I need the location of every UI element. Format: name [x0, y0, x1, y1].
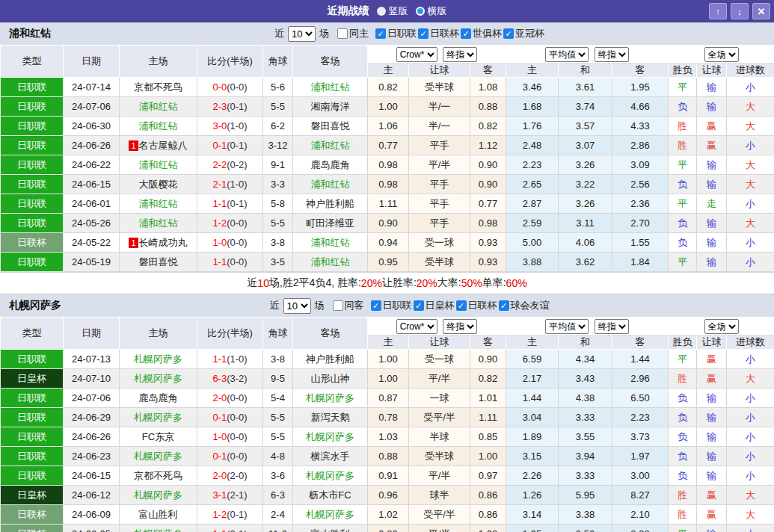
halftime-score: (0-0) — [227, 217, 247, 229]
page-title: 近期战绩 — [328, 4, 369, 18]
home-team-name: 札幌冈萨多 — [134, 353, 182, 365]
avg-draw-cell: 3.61 — [559, 78, 612, 97]
avg-home-cell: 2.59 — [506, 214, 559, 233]
odds-time-select[interactable]: 终指 — [443, 47, 477, 62]
away-team-cell: 枥木市FC — [293, 486, 368, 505]
recent-count-select[interactable]: 10 — [283, 298, 311, 314]
fulltime-score: 6-3 — [212, 373, 227, 384]
same-venue-label: 同客 — [345, 299, 364, 312]
average-select[interactable]: 平均值 — [545, 319, 589, 334]
odds-away-cell: 0.85 — [470, 427, 506, 447]
scope-select[interactable]: 全场 — [704, 47, 739, 62]
col-corner: 角球 — [263, 318, 293, 350]
layout-radio-vertical[interactable]: 竖版 — [377, 4, 408, 18]
score-cell: 1-2(0-0) — [197, 214, 263, 233]
away-team-cell: 札幌冈萨多 — [293, 389, 368, 408]
same-venue-checkbox[interactable]: 同客 — [333, 299, 364, 312]
handicap-cell: 受一球 — [409, 350, 470, 369]
corner-count: 11-0 — [263, 525, 293, 532]
goals-result-cell: 小 — [727, 78, 774, 97]
handicap-cell: 半/一 — [409, 117, 470, 136]
league-type-cell: 日联杯 — [1, 505, 64, 525]
col-home: 主场 — [120, 46, 197, 78]
layout-radio-horizontal[interactable]: 横版 — [416, 4, 447, 18]
fulltime-score: 1-0 — [212, 237, 227, 248]
average-time-select[interactable]: 终指 — [595, 319, 629, 334]
league-type-cell: 日职联 — [1, 214, 64, 233]
avg-away-cell: 3.09 — [612, 155, 669, 175]
titlebar-center: 近期战绩 竖版 横版 — [328, 4, 447, 18]
average-select[interactable]: 平均值 — [545, 47, 589, 62]
league-type-cell: 日职联 — [1, 466, 64, 486]
odds-time-select[interactable]: 终指 — [443, 319, 477, 334]
avg-draw-cell: 4.06 — [559, 233, 612, 253]
league-filter-checkbox[interactable]: ✓日联杯 — [456, 299, 497, 312]
league-filter-checkbox[interactable]: ✓日职联 — [371, 299, 412, 312]
home-team-cell: FC东京 — [120, 427, 197, 447]
avg-home-cell: 1.44 — [506, 389, 559, 408]
league-filter-checkbox[interactable]: ✓日皇杯 — [414, 299, 455, 312]
score-cell: 2-1(1-0) — [197, 175, 263, 194]
scroll-down-button[interactable]: ↓ — [731, 3, 749, 19]
league-filter-checkbox[interactable]: ✓亚冠杯 — [503, 27, 544, 40]
match-row: 日职联24-06-22浦和红钻2-2(0-2)9-1鹿岛鹿角0.98平/半0.9… — [1, 155, 774, 175]
score-cell: 0-0(0-0) — [197, 78, 263, 97]
recent-count-select[interactable]: 10 — [288, 26, 316, 42]
arrow-up-icon: ↑ — [716, 6, 721, 17]
bookmaker-select[interactable]: Crow* — [396, 319, 437, 334]
match-row: 日职联24-05-19磐田喜悦1-1(0-0)3-5浦和红钻0.95受半球0.9… — [1, 253, 774, 272]
close-button[interactable]: ✕ — [752, 3, 770, 19]
away-team-cell: 札幌冈萨多 — [293, 505, 368, 525]
goals-result-cell: 小 — [727, 136, 774, 155]
scroll-up-button[interactable]: ↑ — [709, 3, 727, 19]
avg-draw-cell: 5.95 — [559, 486, 612, 505]
avg-draw-cell: 3.56 — [559, 525, 612, 532]
corner-count: 3-3 — [263, 175, 293, 194]
avg-home-cell: 1.89 — [506, 427, 559, 447]
halftime-score: (0-1) — [227, 140, 247, 151]
bookmaker-group-header: Crow* 终指 — [368, 46, 506, 64]
filter-controls: 近 10 场 同客 ✓日职联✓日皇杯✓日联杯✓球会友谊 — [225, 298, 550, 314]
same-venue-checkbox[interactable]: 同主 — [337, 27, 369, 40]
table-header: 类型 日期 主场 比分(半场) 角球 客场 Crow* 终指 平均值 终指 — [1, 46, 774, 78]
goals-result-cell: 小 — [727, 408, 774, 427]
goals-result-cell: 小 — [727, 389, 774, 408]
result-cell: 胜 — [669, 117, 697, 136]
away-team-cell: 神户胜利船 — [293, 194, 368, 214]
average-time-select[interactable]: 终指 — [595, 47, 629, 62]
arrow-down-icon: ↓ — [737, 6, 743, 17]
odds-home-cell: 0.90 — [368, 214, 409, 233]
league-filter-checkbox[interactable]: ✓世俱杯 — [461, 27, 502, 40]
away-team-name: 鹿岛鹿角 — [311, 159, 350, 170]
result-cell: 平 — [669, 155, 697, 175]
match-row: 日职联24-07-06浦和红钻2-3(0-1)5-5湘南海洋1.00半/一0.8… — [1, 97, 774, 117]
away-team-name: 神户胜利船 — [306, 198, 354, 209]
goals-result-cell: 小 — [727, 427, 774, 447]
away-team-cell: 浦和红钻 — [293, 78, 368, 97]
avg-home-cell: 6.59 — [506, 350, 559, 369]
away-team-cell: 横滨水手 — [293, 447, 368, 466]
handicap-result-cell: 输 — [697, 389, 727, 408]
league-filter-checkbox[interactable]: ✓球会友谊 — [499, 299, 550, 312]
match-date: 24-07-14 — [64, 78, 120, 97]
col-avg-away: 客 — [612, 335, 669, 350]
avg-away-cell: 3.38 — [612, 525, 669, 532]
scope-select[interactable]: 全场 — [704, 319, 739, 334]
halftime-score: (1-0) — [227, 120, 247, 132]
match-date: 24-06-09 — [64, 505, 120, 525]
fulltime-score: 1-0 — [212, 431, 227, 442]
odds-home-cell: 0.88 — [368, 447, 409, 466]
col-result: 胜负 — [669, 64, 697, 78]
home-team-cell: 1长崎成功丸 — [120, 233, 197, 253]
avg-home-cell: 3.14 — [506, 505, 559, 525]
bookmaker-select[interactable]: Crow* — [396, 47, 437, 62]
corner-count: 5-5 — [263, 408, 293, 427]
league-filter-checkbox[interactable]: ✓日联杯 — [418, 27, 459, 40]
fulltime-score: 2-2 — [212, 159, 227, 170]
result-cell: 负 — [669, 175, 697, 194]
corner-count: 3-12 — [263, 136, 293, 155]
handicap-cell: 半/一 — [409, 97, 470, 117]
goals-result-cell: 大 — [727, 214, 774, 233]
league-filter-checkbox[interactable]: ✓日职联 — [375, 27, 417, 40]
fulltime-score: 2-3 — [212, 101, 227, 112]
